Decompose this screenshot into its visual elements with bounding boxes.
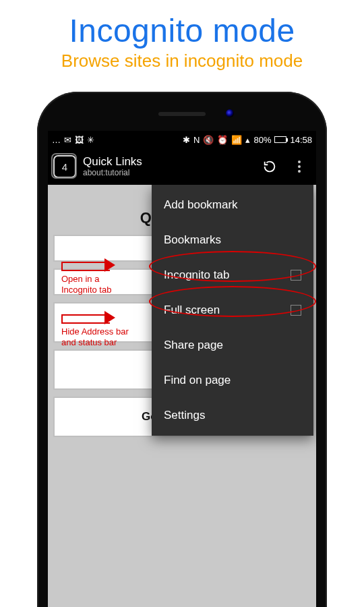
menu-share-page[interactable]: Share page xyxy=(152,328,313,363)
mute-icon: 🔇 xyxy=(203,135,214,145)
status-notif-icons: … ✉ 🖼 ✳ xyxy=(52,135,94,145)
overflow-menu: Add bookmark Bookmarks Incognito tab Ful… xyxy=(152,185,313,436)
menu-item-label: Share page xyxy=(164,339,223,352)
menu-item-label: Find on page xyxy=(164,374,231,387)
battery-icon xyxy=(274,136,286,143)
refresh-icon xyxy=(262,159,277,174)
checkbox-icon[interactable] xyxy=(291,270,301,281)
bluetooth-icon: ✱ xyxy=(183,135,190,145)
menu-bookmarks[interactable]: Bookmarks xyxy=(152,223,313,258)
promo-subtitle: Browse sites in incognito mode xyxy=(0,51,364,71)
menu-item-label: Add bookmark xyxy=(164,198,238,212)
address-area[interactable]: Quick Links about:tutorial xyxy=(83,155,251,177)
mail-icon: ✉ xyxy=(64,135,71,145)
menu-item-label: Settings xyxy=(164,409,205,422)
nfc-icon: N xyxy=(193,135,200,145)
battery-pct: 80% xyxy=(253,135,271,145)
overflow-menu-button[interactable] xyxy=(288,155,311,178)
menu-find-on-page[interactable]: Find on page xyxy=(152,363,313,398)
tab-count-button[interactable]: 4 xyxy=(53,155,76,178)
menu-item-label: Full screen xyxy=(164,304,220,317)
phone-frame: … ✉ 🖼 ✳ ✱ N 🔇 ⏰ 📶 ▴ 80% 14:58 4 xyxy=(37,92,327,607)
wifi-icon: 📶 xyxy=(231,135,242,145)
menu-incognito-tab[interactable]: Incognito tab xyxy=(152,258,313,293)
menu-add-bookmark[interactable]: Add bookmark xyxy=(152,187,313,223)
clock: 14:58 xyxy=(290,135,312,145)
page-url: about:tutorial xyxy=(83,169,251,178)
menu-full-screen[interactable]: Full screen xyxy=(152,293,313,328)
signal-icon: ▴ xyxy=(245,135,250,145)
page-content: Quick Links Facebook GMail Google Search… xyxy=(48,185,316,607)
status-system-icons: ✱ N 🔇 ⏰ 📶 ▴ 80% 14:58 xyxy=(183,135,312,145)
status-bar: … ✉ 🖼 ✳ ✱ N 🔇 ⏰ 📶 ▴ 80% 14:58 xyxy=(48,131,316,148)
menu-item-label: Bookmarks xyxy=(164,233,221,247)
alarm-icon: ⏰ xyxy=(217,135,228,145)
phone-screen: … ✉ 🖼 ✳ ✱ N 🔇 ⏰ 📶 ▴ 80% 14:58 4 xyxy=(48,131,316,607)
sync-icon: ✳ xyxy=(87,135,94,145)
menu-item-label: Incognito tab xyxy=(164,268,229,282)
promo-title: Incognito mode xyxy=(0,12,364,49)
tab-count-value: 4 xyxy=(62,161,67,173)
page-name: Quick Links xyxy=(83,155,251,169)
phone-camera xyxy=(226,109,234,117)
checkbox-icon[interactable] xyxy=(291,305,301,316)
phone-earpiece xyxy=(158,112,206,116)
more-icon: … xyxy=(52,135,61,145)
image-icon: 🖼 xyxy=(75,135,84,145)
app-bar: 4 Quick Links about:tutorial xyxy=(48,148,316,185)
refresh-button[interactable] xyxy=(258,155,281,178)
menu-settings[interactable]: Settings xyxy=(152,398,313,433)
